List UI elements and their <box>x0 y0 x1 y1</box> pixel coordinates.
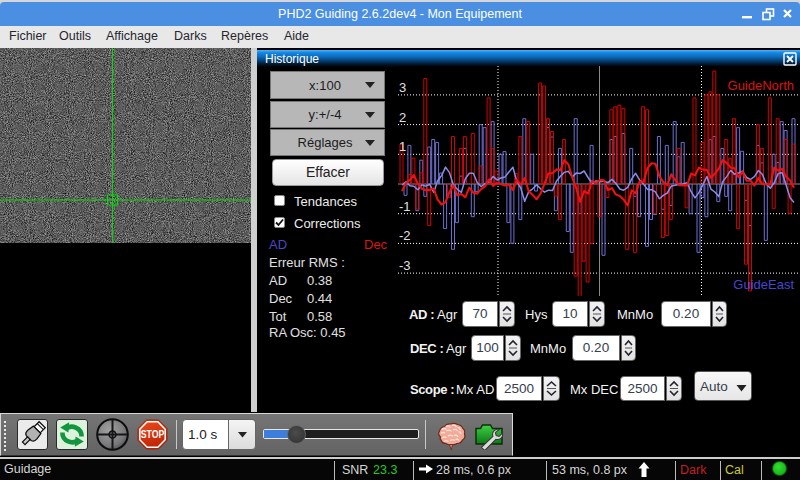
svg-text:2: 2 <box>399 110 406 125</box>
svg-text:1: 1 <box>399 139 406 154</box>
svg-text:GuideEast: GuideEast <box>733 277 794 292</box>
svg-text:-2: -2 <box>399 228 411 243</box>
svg-text:-1: -1 <box>399 199 411 214</box>
svg-text:GuideNorth: GuideNorth <box>728 78 794 93</box>
svg-text:3: 3 <box>399 80 406 95</box>
svg-text:-3: -3 <box>399 258 411 273</box>
svg-text:STOP: STOP <box>141 428 165 440</box>
